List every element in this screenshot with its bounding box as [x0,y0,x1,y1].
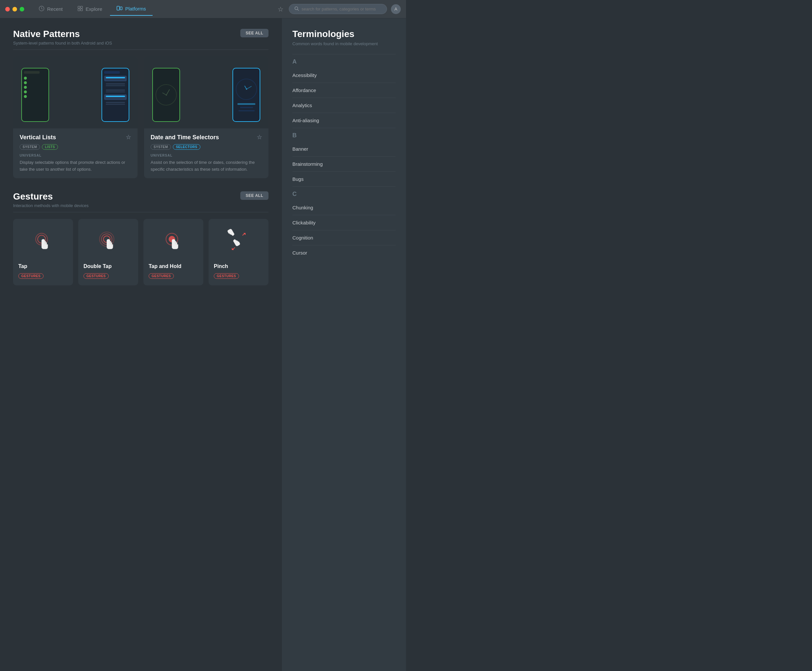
gesture-title-double-tap: Double Tap [83,264,112,269]
platform-icon [117,5,122,12]
term-item-affordance[interactable]: Affordance [292,83,396,98]
term-letter-b: B [292,128,396,141]
gesture-card-tap-hold[interactable]: Tap and Hold GESTURES [143,219,203,285]
pattern-tags-date-time: SYSTEM SELECTORS [151,144,262,150]
svg-rect-4 [81,9,83,11]
nav-tabs: Recent Explore Platforms [32,3,272,16]
tab-explore-label: Explore [86,6,102,12]
pattern-card-body-date-time: Date and Time Selectors ☆ SYSTEM SELECTO… [144,128,268,178]
pattern-card-image-date-time [144,56,268,128]
tab-recent-label: Recent [47,6,63,12]
gesture-card-tap[interactable]: Tap GESTURES [13,219,73,285]
favorite-star-vertical-lists[interactable]: ☆ [126,134,131,141]
tab-recent[interactable]: Recent [32,3,70,15]
tap-hold-icon-area [149,225,198,258]
pattern-desc-vl: Display selectable options that promote … [20,159,131,173]
native-patterns-header: Native Patterns System-level patterns fo… [13,29,268,46]
pattern-card-date-time[interactable]: Date and Time Selectors ☆ SYSTEM SELECTO… [144,56,268,178]
pattern-card-title-date-time: Date and Time Selectors ☆ [151,134,262,141]
gesture-title-pinch: Pinch [214,264,228,269]
pinch-icon [226,229,252,255]
tab-platforms[interactable]: Platforms [110,3,152,16]
tap-icon-area [18,225,68,258]
gesture-card-double-tap[interactable]: Double Tap GESTURES [78,219,138,285]
content-area: Native Patterns System-level patterns fo… [0,18,282,671]
search-bar[interactable] [289,4,387,14]
term-item-analytics[interactable]: Analytics [292,98,396,113]
term-item-accessibility[interactable]: Acessibility [292,68,396,83]
native-patterns-divider [13,49,268,50]
android-phone-mockup [21,68,49,122]
native-patterns-grid: Vertical Lists ☆ SYSTEM LISTS UNIVERSAL … [13,56,268,178]
native-patterns-see-all[interactable]: SEE ALL [240,29,268,37]
tap-hold-icon [160,229,187,255]
favorites-button[interactable]: ☆ [278,5,284,13]
gesture-tag-tap: GESTURES [18,273,44,279]
pattern-label-vl: UNIVERSAL [20,154,131,157]
gestures-subtitle: Interaction methods with mobile devices [13,203,89,208]
term-item-bugs[interactable]: Bugs [292,172,396,187]
term-letter-c: C [292,187,396,200]
term-item-cursor[interactable]: Cursor [292,245,396,260]
pattern-card-image-vertical-lists [13,56,138,128]
gestures-divider [13,212,268,212]
gesture-card-pinch[interactable]: Pinch GESTURES [209,219,268,285]
term-item-anti-aliasing[interactable]: Anti-aliasing [292,113,396,128]
search-icon [294,6,299,12]
gestures-see-all[interactable]: SEE ALL [240,191,268,200]
native-patterns-subtitle: System-level patterns found in both Andr… [13,41,112,46]
svg-rect-6 [120,7,122,10]
tag-lists: LISTS [42,144,58,150]
tag-system-vl: SYSTEM [20,144,40,150]
traffic-light-red[interactable] [5,7,10,12]
tag-selectors: SELECTORS [173,144,200,150]
native-patterns-title: Native Patterns [13,29,112,39]
gestures-title: Gestures [13,191,89,202]
svg-rect-2 [81,6,83,8]
main-layout: Native Patterns System-level patterns fo… [0,18,406,671]
traffic-lights [5,7,24,12]
tag-system-dts: SYSTEM [151,144,171,150]
gestures-header: Gestures Interaction methods with mobile… [13,191,268,208]
gestures-grid: Tap GESTURES [13,219,268,285]
tab-platforms-label: Platforms [125,6,146,12]
term-item-chunking[interactable]: Chunking [292,200,396,215]
gesture-title-tap-hold: Tap and Hold [149,264,182,269]
terminologies-title: Terminologies [292,29,396,39]
pinch-icon-area [214,225,263,258]
grid-icon [77,5,83,13]
double-tap-icon [95,229,121,255]
search-input[interactable] [302,7,381,12]
term-item-banner[interactable]: Banner [292,141,396,157]
traffic-light-yellow[interactable] [12,7,17,12]
svg-line-8 [297,10,299,11]
favorite-star-date-time[interactable]: ☆ [257,134,262,141]
svg-rect-3 [78,9,80,11]
tab-explore[interactable]: Explore [71,3,109,15]
term-item-brainstorming[interactable]: Brainstorming [292,157,396,172]
term-item-cognition[interactable]: Cognition [292,230,396,245]
traffic-light-green[interactable] [20,7,24,12]
pattern-card-body-vertical-lists: Vertical Lists ☆ SYSTEM LISTS UNIVERSAL … [13,128,138,178]
pattern-label-dts: UNIVERSAL [151,154,262,157]
titlebar: Recent Explore Platforms ☆ [0,0,406,18]
ios-dts-mockup [233,68,260,122]
gesture-tag-tap-hold: GESTURES [149,273,174,279]
svg-rect-1 [78,6,80,8]
term-item-clickability[interactable]: Clickability [292,215,396,230]
double-tap-icon-area [83,225,133,258]
tap-icon [30,229,56,255]
gesture-tag-pinch: GESTURES [214,273,239,279]
clock-icon [39,5,44,13]
term-letter-a: A [292,54,396,68]
avatar: A [391,4,401,14]
svg-rect-5 [117,6,119,10]
gesture-tag-double-tap: GESTURES [83,273,109,279]
ios-phone-mockup [102,68,129,122]
android-dts-mockup [152,68,180,122]
pattern-card-title-vertical-lists: Vertical Lists ☆ [20,134,131,141]
gesture-title-tap: Tap [18,264,27,269]
terminologies-sidebar: Terminologies Common words found in mobi… [282,18,406,671]
pattern-card-vertical-lists[interactable]: Vertical Lists ☆ SYSTEM LISTS UNIVERSAL … [13,56,138,178]
terminologies-subtitle: Common words found in mobile development [292,41,396,46]
